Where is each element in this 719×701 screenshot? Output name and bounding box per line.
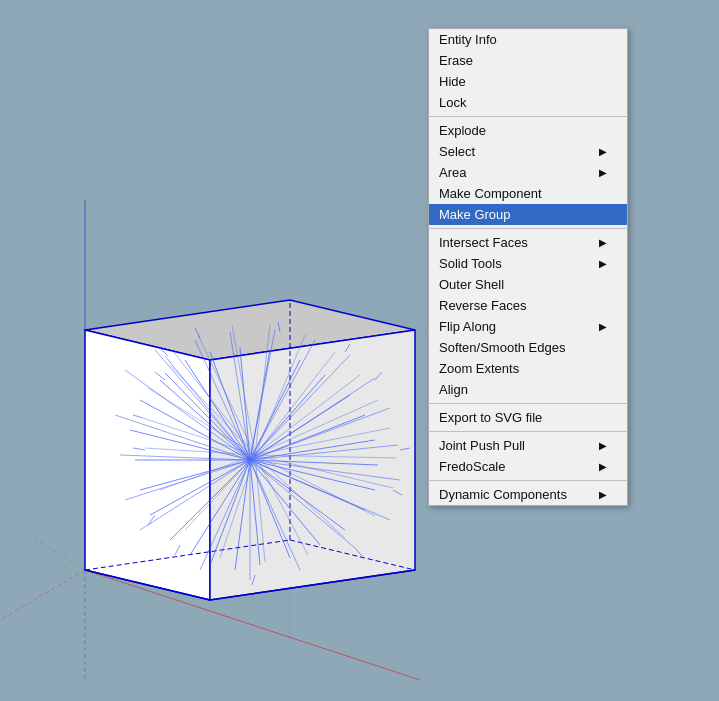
svg-line-65 [148, 388, 255, 455]
svg-line-51 [250, 460, 300, 570]
menu-item-lock[interactable]: Lock [429, 92, 627, 113]
svg-line-79 [255, 375, 360, 455]
svg-line-41 [185, 360, 250, 460]
svg-line-75 [255, 455, 393, 488]
submenu-arrow-icon: ▶ [599, 237, 607, 248]
svg-line-29 [250, 460, 345, 530]
svg-line-34 [250, 415, 365, 460]
menu-item-reverse-faces[interactable]: Reverse Faces [429, 295, 627, 316]
menu-item-make-group[interactable]: Make Group [429, 204, 627, 225]
menu-separator [429, 403, 627, 404]
svg-line-84 [198, 335, 255, 455]
svg-line-70 [220, 455, 255, 558]
svg-line-42 [165, 373, 250, 460]
svg-line-52 [250, 460, 355, 548]
menu-item-label: Reverse Faces [439, 298, 526, 313]
svg-line-35 [250, 395, 350, 460]
svg-line-85 [172, 350, 255, 455]
svg-line-33 [250, 440, 375, 460]
menu-item-erase[interactable]: Erase [429, 50, 627, 71]
menu-item-fredoscale[interactable]: FredoScale▶ [429, 456, 627, 477]
menu-item-hide[interactable]: Hide [429, 71, 627, 92]
svg-marker-8 [85, 300, 415, 360]
svg-line-53 [250, 460, 390, 520]
svg-line-83 [232, 325, 255, 455]
menu-item-intersect-faces[interactable]: Intersect Faces▶ [429, 232, 627, 253]
svg-line-58 [250, 355, 350, 460]
svg-line-47 [125, 460, 250, 500]
svg-marker-9 [85, 330, 210, 600]
svg-line-63 [165, 356, 250, 460]
svg-line-89 [148, 515, 155, 525]
submenu-arrow-icon: ▶ [599, 461, 607, 472]
svg-line-96 [345, 344, 350, 352]
menu-item-outer-shell[interactable]: Outer Shell [429, 274, 627, 295]
submenu-arrow-icon: ▶ [599, 321, 607, 332]
svg-line-26 [250, 460, 260, 565]
svg-line-36 [250, 375, 325, 460]
svg-line-88 [133, 448, 145, 450]
svg-line-98 [195, 328, 200, 338]
menu-item-soften-smooth[interactable]: Soften/Smooth Edges [429, 337, 627, 358]
menu-item-label: Hide [439, 74, 466, 89]
svg-line-77 [255, 428, 390, 455]
svg-line-11 [85, 570, 210, 600]
menu-item-zoom-extents[interactable]: Zoom Extents [429, 358, 627, 379]
svg-line-93 [393, 490, 402, 495]
menu-item-dynamic-components[interactable]: Dynamic Components▶ [429, 484, 627, 505]
menu-item-make-component[interactable]: Make Component [429, 183, 627, 204]
svg-line-27 [250, 460, 290, 558]
menu-item-solid-tools[interactable]: Solid Tools▶ [429, 253, 627, 274]
svg-line-3 [0, 570, 85, 620]
svg-line-73 [255, 455, 345, 538]
submenu-arrow-icon: ▶ [599, 258, 607, 269]
svg-line-74 [255, 455, 375, 516]
svg-line-87 [133, 415, 143, 418]
menu-item-explode[interactable]: Explode [429, 120, 627, 141]
menu-item-label: Flip Along [439, 319, 496, 334]
menu-item-label: Lock [439, 95, 466, 110]
submenu-arrow-icon: ▶ [599, 167, 607, 178]
svg-line-60 [250, 330, 275, 460]
svg-line-91 [252, 575, 255, 585]
svg-line-72 [255, 455, 308, 555]
menu-item-entity-info[interactable]: Entity Info [429, 29, 627, 50]
menu-item-label: Make Component [439, 186, 542, 201]
svg-line-67 [145, 448, 255, 455]
context-menu: Entity InfoEraseHideLockExplodeSelect▶Ar… [428, 28, 628, 506]
svg-line-40 [210, 352, 250, 460]
menu-item-joint-push-pull[interactable]: Joint Push Pull▶ [429, 435, 627, 456]
menu-item-label: Zoom Extents [439, 361, 519, 376]
menu-item-export-svg[interactable]: Export to SVG file [429, 407, 627, 428]
svg-line-31 [250, 460, 375, 490]
svg-line-30 [250, 460, 365, 510]
svg-line-25 [235, 460, 250, 570]
menu-item-area[interactable]: Area▶ [429, 162, 627, 183]
svg-line-55 [250, 445, 398, 460]
menu-item-label: Dynamic Components [439, 487, 567, 502]
svg-line-81 [255, 335, 305, 455]
svg-line-18 [130, 430, 250, 460]
svg-line-44 [125, 370, 250, 460]
svg-line-20 [140, 460, 250, 490]
menu-item-label: Area [439, 165, 466, 180]
svg-line-92 [355, 548, 362, 556]
svg-line-76 [255, 455, 396, 458]
svg-line-45 [115, 415, 250, 460]
menu-item-label: Outer Shell [439, 277, 504, 292]
svg-line-56 [250, 408, 390, 460]
svg-line-62 [195, 340, 250, 460]
svg-line-13 [85, 540, 290, 570]
menu-item-label: Erase [439, 53, 473, 68]
menu-item-select[interactable]: Select▶ [429, 141, 627, 162]
svg-line-14 [290, 540, 415, 570]
svg-line-16 [160, 380, 250, 460]
menu-item-label: Intersect Faces [439, 235, 528, 250]
menu-separator [429, 116, 627, 117]
menu-item-flip-along[interactable]: Flip Along▶ [429, 316, 627, 337]
svg-line-32 [250, 460, 378, 465]
menu-item-label: Solid Tools [439, 256, 502, 271]
svg-line-78 [255, 400, 378, 455]
menu-item-align[interactable]: Align [429, 379, 627, 400]
svg-line-61 [230, 332, 250, 460]
